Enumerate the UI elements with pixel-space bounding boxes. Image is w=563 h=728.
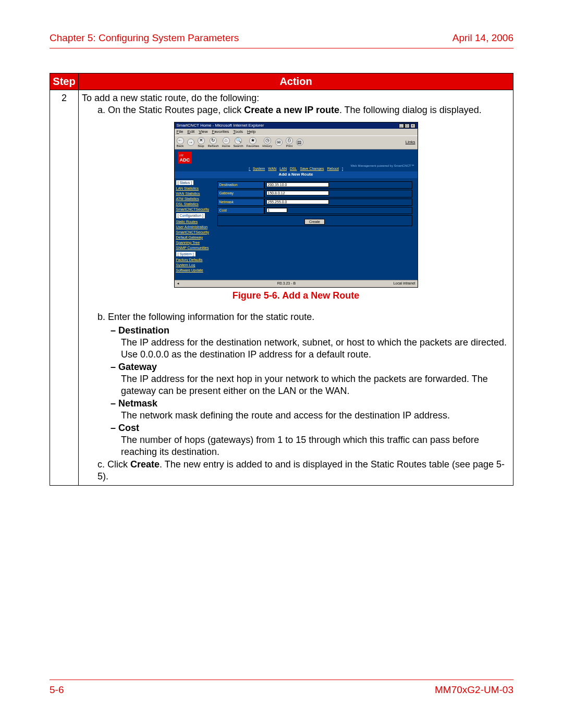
figure-caption: Figure 5-6. Add a New Route — [82, 290, 510, 302]
step-number: 2 — [50, 90, 79, 486]
minimize-icon[interactable]: _ — [399, 124, 404, 128]
sidebar-default-gateway[interactable]: Default Gateway — [176, 235, 214, 240]
stop-button[interactable]: ✕Stop — [198, 137, 205, 149]
edit-button[interactable]: ▤ — [296, 139, 303, 146]
sidebar-cat-config[interactable]: [ Configuration ] — [176, 213, 205, 218]
netmask-input[interactable] — [266, 200, 329, 204]
sidebar-wan-stats[interactable]: WAN Statistics — [176, 191, 214, 196]
sidebar-security-status[interactable]: SmartCNCTSecurity — [176, 207, 214, 212]
window-controls: _□× — [398, 123, 415, 128]
browser-screenshot: SmartCNCT Home - Microsoft Internet Expl… — [174, 122, 418, 288]
header-date: April 14, 2006 — [452, 32, 513, 44]
step-c: c. Click Create. The new entry is added … — [82, 459, 510, 483]
menu-help[interactable]: Help — [247, 129, 255, 134]
favorites-button[interactable]: ★Favorites — [247, 137, 260, 149]
field-netmask-label: – Netmask — [111, 398, 157, 409]
window-titlebar: SmartCNCT Home - Microsoft Internet Expl… — [175, 122, 418, 129]
cost-label: Cost — [217, 207, 264, 214]
menu-favorites[interactable]: Favorites — [212, 129, 229, 134]
page-footer: 5-6 MM70xG2-UM-03 — [50, 680, 513, 696]
status-version: R0.3.23 - B — [277, 281, 296, 286]
sidebar-cat-system[interactable]: [ System ] — [176, 252, 195, 256]
window-title: SmartCNCT Home - Microsoft Internet Expl… — [177, 123, 264, 128]
cost-input[interactable] — [266, 208, 287, 213]
sidebar-system-log[interactable]: System Log — [176, 263, 214, 267]
page-header: Chapter 5: Configuring System Parameters… — [50, 32, 513, 48]
col-action: Action — [79, 73, 513, 90]
intro-text: To add a new static route, do the follow… — [82, 92, 510, 104]
sidebar-spanning-tree[interactable]: Spanning Tree — [176, 240, 214, 245]
adc-logo: ///ADC — [178, 152, 192, 164]
powered-by: Web Management powered by SmartCNCT™ — [351, 164, 414, 168]
field-destination-label: – Destination — [111, 325, 169, 336]
maximize-icon[interactable]: □ — [405, 124, 410, 128]
search-button[interactable]: 🔍Search — [234, 137, 243, 149]
sidebar-dsl-stats[interactable]: DSL Statistics — [176, 202, 214, 206]
nav-reboot[interactable]: Reboot — [327, 167, 339, 170]
sidebar-user-admin[interactable]: User Administration — [176, 225, 214, 229]
status-left — [177, 281, 180, 286]
sidebar-lan-stats[interactable]: LAN Statistics — [176, 186, 214, 191]
print-button[interactable]: ⎙Print — [286, 137, 293, 149]
nav-dsl[interactable]: DSL — [290, 167, 297, 170]
destination-label: Destination — [217, 181, 264, 189]
menu-edit[interactable]: Edit — [187, 129, 194, 134]
step-a: a. On the Static Routes page, click Crea… — [82, 104, 510, 116]
destination-input[interactable] — [266, 182, 329, 187]
procedure-table: Step Action 2 To add a new static route,… — [50, 73, 513, 486]
status-bar: R0.3.23 - B Local intranet — [175, 280, 418, 287]
netmask-label: Netmask — [217, 199, 264, 206]
sidebar-snmp[interactable]: SNMP Communities — [176, 245, 214, 250]
footer-docid: MM70xG2-UM-03 — [435, 684, 513, 696]
field-destination-desc2: Use 0.0.0.0 as the destination IP addres… — [82, 349, 510, 361]
back-button[interactable]: ←Back — [177, 137, 184, 149]
mail-button[interactable]: ✉ — [275, 139, 283, 146]
menu-view[interactable]: View — [199, 129, 207, 134]
nav-lan[interactable]: LAN — [279, 167, 287, 170]
nav-wan[interactable]: WAN — [268, 167, 276, 170]
sidebar-security-config[interactable]: SmartCNCTSecurity — [176, 230, 214, 235]
field-destination-desc1: The IP address for the destination netwo… — [82, 337, 510, 349]
nav-save[interactable]: Save Changes — [300, 167, 324, 170]
field-gateway-label: – Gateway — [111, 362, 157, 372]
toolbar: ←Back → ✕Stop ↻Refresh ⌂Home 🔍Search ★Fa… — [175, 135, 418, 150]
action-cell: To add a new static route, do the follow… — [79, 90, 513, 486]
gateway-input[interactable] — [266, 191, 329, 195]
menu-file[interactable]: File — [177, 129, 183, 134]
chapter-title: Chapter 5: Configuring System Parameters — [50, 32, 239, 44]
page-body: ///ADC Web Management powered by SmartCN… — [175, 150, 418, 280]
field-gateway-desc: The IP address for the next hop in your … — [82, 373, 510, 398]
footer-page: 5-6 — [50, 684, 64, 696]
col-step: Step — [50, 73, 79, 90]
field-cost-label: – Cost — [111, 423, 139, 433]
forward-button[interactable]: → — [187, 139, 194, 146]
status-zone: Local intranet — [393, 281, 415, 286]
step-b: b. Enter the following information for t… — [82, 311, 510, 323]
form-title: Add a New Route — [175, 171, 418, 178]
sidebar-factory-defaults[interactable]: Factory Defaults — [176, 257, 214, 262]
gateway-label: Gateway — [217, 190, 264, 197]
create-button[interactable]: Create — [304, 219, 325, 225]
sidebar-static-routes[interactable]: Static Routes — [176, 219, 214, 224]
home-button[interactable]: ⌂Home — [222, 137, 230, 149]
refresh-button[interactable]: ↻Refresh — [208, 137, 219, 149]
sidebar-cat-status[interactable]: [ Status ] — [176, 180, 194, 185]
sidebar: [ Status ] LAN Statistics WAN Statistics… — [175, 178, 215, 275]
menu-bar: File Edit View Favorites Tools Help — [175, 129, 418, 135]
links-label[interactable]: Links — [406, 140, 415, 145]
sidebar-atm-stats[interactable]: ATM Statistics — [176, 196, 214, 201]
nav-system[interactable]: System — [253, 167, 265, 170]
history-button[interactable]: ◷History — [262, 137, 272, 149]
menu-tools[interactable]: Tools — [233, 129, 243, 134]
sidebar-software-update[interactable]: Software Update — [176, 268, 214, 273]
route-form: Destination Gateway Netmask Cost Create — [215, 178, 418, 275]
close-icon[interactable]: × — [410, 124, 415, 128]
field-netmask-desc: The network mask defining the route and … — [82, 410, 510, 422]
field-cost-desc: The number of hops (gateways) from 1 to … — [82, 434, 510, 459]
